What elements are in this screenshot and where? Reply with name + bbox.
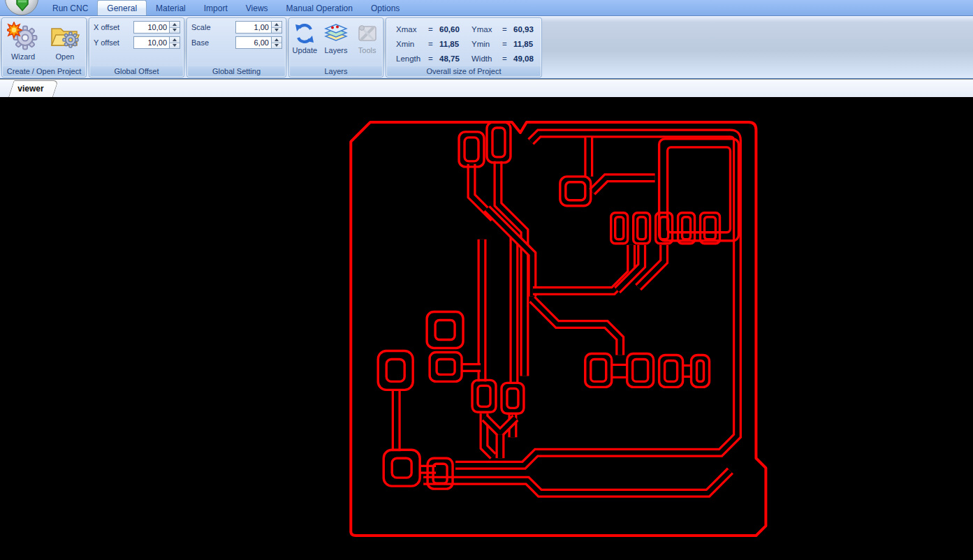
pcb-pad (659, 139, 739, 241)
update-button-label: Update (290, 46, 319, 54)
pcb-pad (478, 385, 490, 406)
pcb-pad (464, 138, 478, 161)
base-up-button[interactable] (272, 37, 281, 43)
tab-manual-operation[interactable]: Manual Operation (277, 1, 362, 15)
pcb-pad (378, 351, 413, 390)
xmin-label: Xmin (396, 40, 428, 48)
pcb-pad (437, 359, 455, 374)
starburst-icon (7, 22, 22, 38)
pcb-pad (435, 320, 455, 340)
pcb-pad (566, 182, 585, 200)
update-button[interactable]: Update (290, 21, 319, 66)
x-offset-down-button[interactable] (170, 27, 180, 34)
x-offset-value[interactable]: 10,00 (133, 21, 170, 34)
group-caption: Global Setting (188, 66, 285, 76)
ribbon: Wizard (0, 16, 973, 79)
scale-down-button[interactable] (272, 27, 281, 34)
ymin-label: Ymin (471, 40, 502, 48)
equals-sign: = (428, 54, 439, 63)
tab-import[interactable]: Import (195, 1, 237, 15)
pcb-trace-preview (0, 97, 973, 559)
tools-button-label: Tools (353, 46, 382, 54)
x-offset-spinner: 10,00 (133, 21, 180, 34)
wizard-button[interactable]: Wizard (3, 20, 43, 66)
tools-icon (356, 22, 379, 45)
y-offset-value[interactable]: 10,00 (133, 36, 170, 49)
pcb-pad (633, 359, 648, 381)
group-caption: Create / Open Project (3, 66, 85, 76)
length-label: Length (396, 54, 428, 63)
tab-options[interactable]: Options (362, 1, 409, 15)
scale-up-button[interactable] (272, 22, 281, 27)
ribbon-tab-bar: Run CNC General Material Import Views Ma… (0, 0, 973, 16)
open-folder-icon (49, 22, 81, 51)
pcb-pad (697, 360, 704, 381)
pcb-pad (638, 217, 646, 240)
pcb-pad (591, 359, 606, 381)
length-value: 48,75 (439, 54, 471, 63)
ymax-label: Ymax (471, 25, 502, 34)
tools-button[interactable]: Tools (353, 21, 382, 66)
scale-value[interactable]: 1,00 (235, 21, 272, 34)
layers-button[interactable]: Layers (321, 21, 351, 66)
group-global-setting: Scale 1,00 Base 6,00 Global Setting (186, 17, 286, 78)
group-caption: Layers (290, 66, 382, 76)
base-spinner: 6,00 (235, 36, 282, 49)
pcb-pad (427, 312, 463, 348)
x-offset-up-button[interactable] (170, 22, 180, 27)
group-create-open-project: Wizard (1, 17, 87, 78)
ymin-value: 11,85 (513, 40, 546, 48)
xmax-value: 60,60 (439, 25, 471, 34)
pcb-pad (615, 217, 624, 240)
group-caption: Overall size of Project (387, 66, 541, 76)
tab-general[interactable]: General (97, 0, 147, 15)
base-label: Base (191, 38, 235, 47)
pcb-pad (383, 450, 420, 486)
pcb-viewer-canvas[interactable] (0, 97, 973, 559)
pcb-pad (682, 217, 691, 240)
group-overall-size: Xmax = 60,60 Ymax = 60,93 Xmin = 11,85 Y… (386, 17, 542, 78)
group-caption: Global Offset (90, 66, 183, 76)
width-value: 49,08 (513, 54, 546, 63)
wizard-button-label: Wizard (3, 52, 43, 61)
layers-stack-icon (324, 22, 348, 45)
tab-material[interactable]: Material (147, 1, 195, 15)
tab-views[interactable]: Views (237, 1, 277, 15)
pcb-pad (386, 359, 404, 381)
pcb-pad (705, 217, 716, 240)
pcb-pad (392, 458, 411, 478)
ymax-value: 60,93 (513, 25, 546, 34)
open-button-label: Open (45, 52, 85, 61)
application-menu-button[interactable] (5, 0, 38, 15)
y-offset-up-button[interactable] (170, 37, 180, 43)
width-label: Width (471, 54, 502, 63)
equals-sign: = (428, 25, 439, 34)
group-global-offset: X offset 10,00 Y offset 10,00 Global Off… (89, 17, 184, 78)
y-offset-label: Y offset (94, 38, 133, 47)
pcb-pad (492, 128, 505, 157)
project-size-readout: Xmax = 60,60 Ymax = 60,93 Xmin = 11,85 Y… (396, 22, 541, 66)
equals-sign: = (428, 40, 439, 48)
viewer-tab[interactable]: viewer (8, 80, 53, 97)
green-arrow-icon (14, 0, 31, 12)
pcb-pad (430, 352, 462, 381)
base-down-button[interactable] (272, 43, 281, 49)
scale-label: Scale (191, 23, 235, 31)
equals-sign: = (502, 40, 513, 48)
scale-spinner: 1,00 (235, 21, 282, 34)
base-value[interactable]: 6,00 (235, 36, 272, 49)
xmin-value: 11,85 (439, 40, 471, 48)
group-layers: Update Layers (288, 17, 383, 78)
y-offset-spinner: 10,00 (133, 36, 180, 49)
xmax-label: Xmax (396, 25, 428, 34)
wizard-gear-icon (7, 22, 39, 51)
y-offset-down-button[interactable] (170, 43, 180, 49)
viewer-tab-label: viewer (8, 80, 53, 97)
tab-run-cnc[interactable]: Run CNC (43, 1, 97, 15)
open-project-button[interactable]: Open (45, 20, 85, 66)
pcb-pad (665, 360, 678, 381)
equals-sign: = (502, 25, 513, 34)
viewer-tab-strip: viewer (0, 79, 973, 97)
equals-sign: = (502, 54, 513, 63)
x-offset-label: X offset (94, 23, 133, 31)
